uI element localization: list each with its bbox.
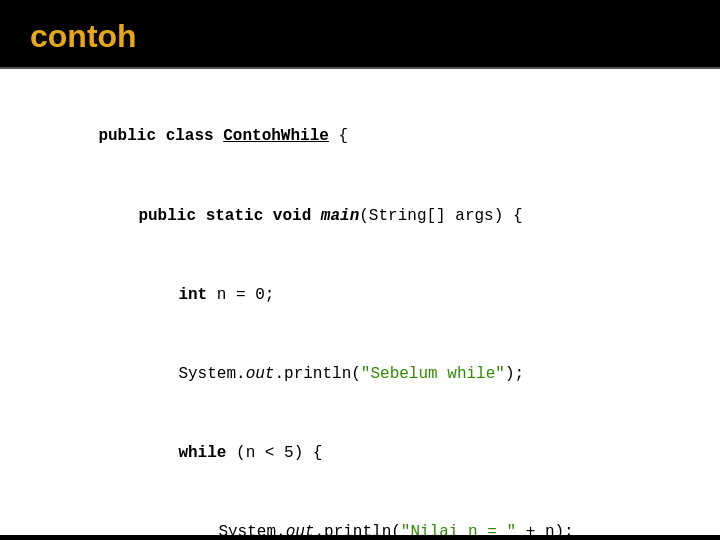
code-line-4: System.out.println("Sebelum while"); [140,335,680,414]
code-line-6: System.out.println("Nilai n = " + n); [180,493,680,535]
code-line-1: public class ContohWhile { [60,97,680,176]
code-area: public class ContohWhile { public static… [0,69,720,535]
page-title: contoh [30,18,137,54]
header: contoh [0,0,720,69]
code-line-3: int n = 0; [140,255,680,334]
code-line-5: while (n < 5) { [140,414,680,493]
code-line-2: public static void main(String[] args) { [100,176,680,255]
